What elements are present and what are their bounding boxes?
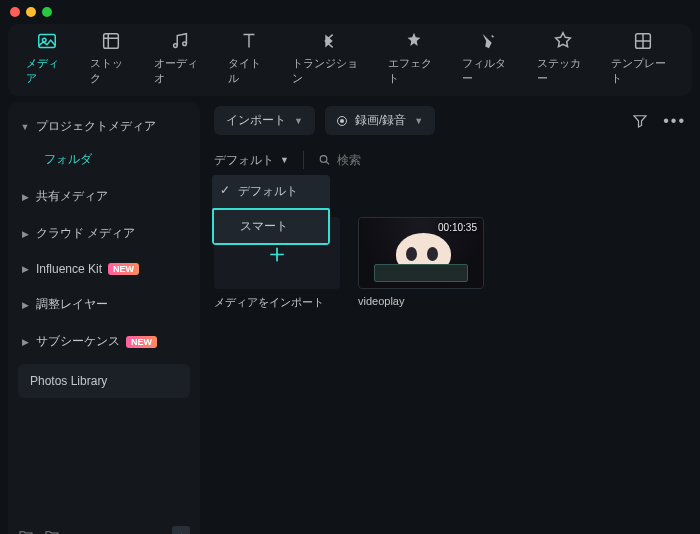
nav-audio[interactable]: オーディオ [154,30,206,86]
collapse-sidebar-button[interactable]: ‹ [172,526,190,534]
sidebar-subsequence[interactable]: ▶ サブシーケンス NEW [8,323,200,360]
nav-transition[interactable]: トランジション [292,30,365,86]
record-label: 録画/録音 [355,112,406,129]
nav-label: エフェクト [388,56,440,86]
sidebar-adjustment-layer[interactable]: ▶ 調整レイヤー [8,286,200,323]
sidebar-influence-kit[interactable]: ▶ Influence Kit NEW [8,252,200,286]
filter-icon [477,30,499,52]
sidebar-cloud-media[interactable]: ▶ クラウド メディア [8,215,200,252]
sticker-icon [552,30,574,52]
clip-thumbnail[interactable]: 00:10:35 [358,217,484,289]
chevron-down-icon: ▼ [20,122,30,132]
nav-label: フィルター [462,56,514,86]
sidebar: ▼ プロジェクトメディア フォルダ ▶ 共有メディア ▶ クラウド メディア ▶… [8,102,200,534]
transition-icon [318,30,340,52]
sidebar-item-label: クラウド メディア [36,225,135,242]
nav-label: トランジション [292,56,365,86]
nav-effect[interactable]: エフェクト [388,30,440,86]
sidebar-item-label: 調整レイヤー [36,296,108,313]
chevron-right-icon: ▶ [20,229,30,239]
close-window-button[interactable] [10,7,20,17]
search-icon [318,153,331,167]
sort-dropdown-menu: デフォルト スマート [212,175,330,245]
sidebar-project-media[interactable]: ▼ プロジェクトメディア [8,108,200,145]
sidebar-item-label: サブシーケンス [36,333,120,350]
new-badge: NEW [108,263,139,275]
new-badge: NEW [126,336,157,348]
sidebar-item-label: Influence Kit [36,262,102,276]
chevron-right-icon: ▶ [20,300,30,310]
sort-option-default[interactable]: デフォルト [212,175,330,208]
sidebar-shared-media[interactable]: ▶ 共有メディア [8,178,200,215]
maximize-window-button[interactable] [42,7,52,17]
nav-label: オーディオ [154,56,206,86]
import-label: インポート [226,112,286,129]
nav-media[interactable]: メディア [26,30,68,86]
nav-stock[interactable]: ストック [90,30,132,86]
filter-bar: デフォルト ▼ デフォルト スマート [208,145,692,175]
nav-label: ステッカー [537,56,589,86]
svg-rect-2 [104,34,119,49]
nav-label: ストック [90,56,132,86]
title-icon [238,30,260,52]
content-toolbar: インポート ▼ 録画/録音 ▼ ••• [208,102,692,145]
sort-label: デフォルト [214,152,274,169]
sidebar-photos-library[interactable]: Photos Library [18,364,190,398]
filter-settings-icon[interactable] [631,112,649,130]
top-nav: メディア ストック オーディオ タイトル トランジション エフェクト フィルター… [8,24,692,96]
record-icon [337,116,347,126]
nav-label: タイトル [228,56,270,86]
new-folder-icon[interactable] [18,527,34,534]
media-clip-card[interactable]: 00:10:35 videoplay [358,217,484,310]
nav-title[interactable]: タイトル [228,30,270,86]
record-dropdown[interactable]: 録画/録音 ▼ [325,106,435,135]
clip-duration: 00:10:35 [438,222,477,233]
folder-icon[interactable] [44,527,60,534]
svg-point-3 [174,44,178,48]
svg-point-4 [183,42,187,46]
divider [303,151,304,169]
window-titlebar [0,0,700,24]
effect-icon [403,30,425,52]
search-field[interactable] [318,153,686,167]
minimize-window-button[interactable] [26,7,36,17]
sidebar-item-label: 共有メディア [36,188,108,205]
nav-sticker[interactable]: ステッカー [537,30,589,86]
more-menu-button[interactable]: ••• [663,112,686,130]
sort-dropdown[interactable]: デフォルト ▼ [214,152,289,169]
chevron-down-icon: ▼ [414,116,423,126]
audio-icon [169,30,191,52]
search-input[interactable] [337,153,686,167]
chevron-right-icon: ▶ [20,192,30,202]
sidebar-bottom-toolbar: ‹ [8,526,200,534]
nav-label: メディア [26,56,68,86]
nav-filter[interactable]: フィルター [462,30,514,86]
chevron-right-icon: ▶ [20,264,30,274]
svg-point-6 [320,156,327,163]
chevron-right-icon: ▶ [20,337,30,347]
chevron-down-icon: ▼ [294,116,303,126]
stock-icon [100,30,122,52]
import-label: メディアをインポート [214,289,340,310]
clip-name: videoplay [358,289,484,307]
sort-option-smart[interactable]: スマート [212,208,330,245]
template-icon [632,30,654,52]
import-dropdown[interactable]: インポート ▼ [214,106,315,135]
chevron-down-icon: ▼ [280,155,289,165]
media-icon [36,30,58,52]
sidebar-folder[interactable]: フォルダ [8,145,200,178]
content-area: インポート ▼ 録画/録音 ▼ ••• デフォルト ▼ [208,102,692,534]
sidebar-item-label: プロジェクトメディア [36,118,156,135]
nav-template[interactable]: テンプレート [611,30,674,86]
nav-label: テンプレート [611,56,674,86]
